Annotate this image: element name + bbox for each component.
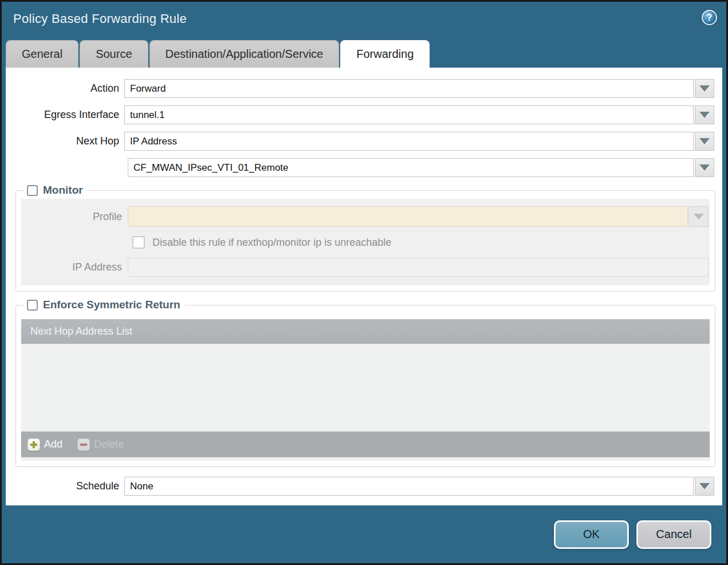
action-select[interactable]: Forward [124, 79, 694, 98]
chevron-down-icon [699, 138, 710, 144]
table-header: Next Hop Address List [21, 319, 710, 344]
chevron-down-icon [699, 85, 710, 92]
add-button[interactable]: Add [27, 438, 62, 451]
monitor-ip-row: IP Address [21, 258, 709, 277]
next-hop-address-list-table: Next Hop Address List Add Delete [21, 319, 710, 461]
next-hop-row: Next Hop IP Address [6, 132, 714, 151]
delete-button: Delete [77, 438, 124, 451]
add-icon [27, 438, 40, 451]
table-footer: Add Delete [21, 431, 710, 457]
dialog-footer: OK Cancel [2, 505, 726, 563]
tab-general[interactable]: General [6, 40, 78, 68]
forwarding-tab-panel: Action Forward Egress Interface tunnel.1… [6, 68, 722, 505]
symmetric-return-legend-label: Enforce Symmetric Return [43, 299, 180, 311]
chevron-down-icon [699, 483, 710, 489]
delete-icon [77, 438, 90, 451]
schedule-select[interactable]: None [124, 477, 694, 496]
tab-bar: General Source Destination/Application/S… [6, 40, 430, 68]
table-bottom-strip [21, 457, 710, 461]
monitor-panel: Profile Disable this rule if nexthop/mon… [21, 199, 710, 285]
policy-forwarding-dialog: Policy Based Forwarding Rule ? General S… [0, 0, 728, 565]
dialog-title: Policy Based Forwarding Rule [13, 11, 187, 26]
action-dropdown-button[interactable] [695, 79, 714, 98]
ok-button[interactable]: OK [554, 520, 629, 549]
next-hop-label: Next Hop [6, 132, 124, 151]
tab-source[interactable]: Source [80, 40, 148, 68]
table-header-label: Next Hop Address List [30, 325, 132, 338]
monitor-ip-input [128, 258, 709, 277]
next-hop-type-select[interactable]: IP Address [124, 132, 694, 151]
next-hop-address-row: CF_MWAN_IPsec_VTI_01_Remote [6, 158, 714, 177]
next-hop-address-label-spacer [6, 158, 124, 177]
chevron-down-icon [699, 112, 710, 118]
symmetric-return-legend: Enforce Symmetric Return [24, 299, 185, 311]
disable-rule-checkbox [132, 236, 145, 249]
add-button-label: Add [44, 438, 62, 450]
next-hop-type-dropdown-button[interactable] [695, 132, 714, 151]
next-hop-address-dropdown-button[interactable] [695, 158, 714, 177]
profile-label: Profile [21, 211, 128, 223]
symmetric-return-fieldset: Enforce Symmetric Return Next Hop Addres… [15, 299, 715, 467]
tab-forwarding[interactable]: Forwarding [340, 40, 430, 68]
monitor-legend: Monitor [24, 184, 88, 197]
help-icon[interactable]: ? [702, 10, 717, 25]
action-row: Action Forward [6, 79, 714, 98]
monitor-fieldset: Monitor Profile Disable this rule if nex… [15, 184, 715, 292]
delete-button-label: Delete [94, 438, 124, 450]
profile-dropdown-button [688, 206, 709, 227]
chevron-down-icon [699, 164, 710, 171]
egress-interface-label: Egress Interface [6, 105, 124, 124]
schedule-row: Schedule None [6, 477, 714, 496]
profile-row: Profile [21, 206, 709, 227]
disable-rule-label: Disable this rule if nexthop/monitor ip … [152, 237, 391, 249]
symmetric-return-checkbox[interactable] [27, 300, 38, 311]
next-hop-address-select[interactable]: CF_MWAN_IPsec_VTI_01_Remote [128, 158, 694, 177]
egress-interface-dropdown-button[interactable] [695, 105, 714, 124]
action-label: Action [6, 79, 124, 98]
schedule-dropdown-button[interactable] [695, 477, 714, 496]
egress-interface-row: Egress Interface tunnel.1 [6, 105, 714, 124]
table-body[interactable] [21, 344, 710, 431]
schedule-label: Schedule [6, 477, 124, 496]
tab-destination-application-service[interactable]: Destination/Application/Service [149, 40, 340, 68]
help-glyph: ? [707, 13, 713, 23]
egress-interface-select[interactable]: tunnel.1 [124, 105, 694, 124]
disable-rule-row: Disable this rule if nexthop/monitor ip … [132, 236, 709, 249]
chevron-down-icon [694, 214, 704, 220]
monitor-ip-label: IP Address [21, 261, 128, 273]
monitor-checkbox[interactable] [27, 185, 38, 196]
profile-select [128, 206, 688, 227]
monitor-legend-label: Monitor [43, 184, 83, 197]
cancel-button[interactable]: Cancel [636, 520, 711, 549]
